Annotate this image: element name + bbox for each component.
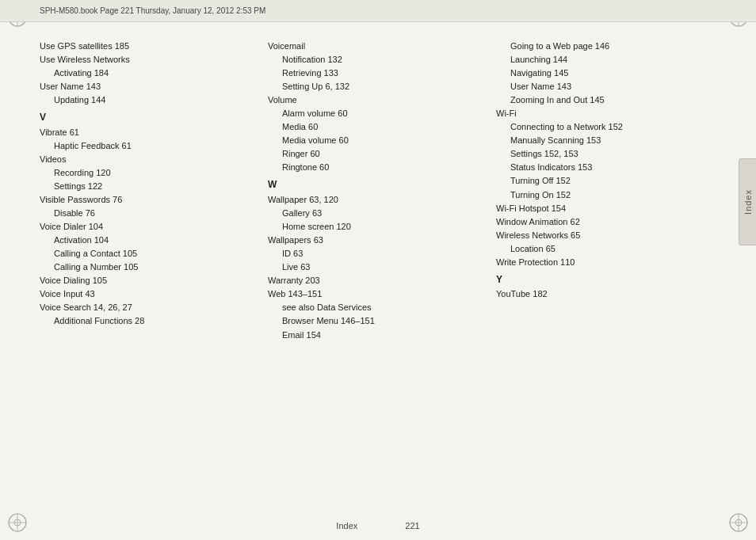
list-item: Warranty 203: [268, 274, 488, 287]
header-bar: SPH-M580.book Page 221 Thursday, January…: [0, 0, 756, 22]
column-2: VoicemailNotification 132Retrieving 133S…: [268, 40, 496, 500]
list-item: Voicemail: [268, 40, 488, 53]
list-item: Wallpaper 63, 120: [268, 193, 488, 207]
list-item: Going to a Web page 146: [496, 40, 716, 53]
list-item: Use GPS satellites 185: [40, 40, 260, 53]
list-item: Activating 184: [40, 67, 260, 80]
list-item: Browser Menu 146–151: [268, 314, 488, 328]
list-item: Voice Search 14, 26, 27: [40, 301, 260, 314]
list-item: Status Indicators 153: [496, 161, 716, 174]
list-item: V: [40, 110, 260, 125]
list-item: Launching 144: [496, 53, 716, 67]
list-item: Wi-Fi: [496, 107, 716, 120]
list-item: Disable 76: [40, 207, 260, 220]
list-item: Updating 144: [40, 93, 260, 107]
list-item: Retrieving 133: [268, 67, 488, 80]
list-item: Turning Off 152: [496, 174, 716, 188]
list-item: Voice Dialer 104: [40, 220, 260, 234]
list-item: Use Wireless Networks: [40, 53, 260, 67]
list-item: Volume: [268, 93, 488, 107]
list-item: Location 65: [496, 242, 716, 256]
content-area: Use GPS satellites 185Use Wireless Netwo…: [40, 40, 724, 500]
list-item: User Name 143: [40, 80, 260, 93]
list-item: Visible Passwords 76: [40, 193, 260, 207]
list-item: Ringtone 60: [268, 161, 488, 174]
list-item: Media volume 60: [268, 134, 488, 147]
footer-left: Index: [336, 521, 357, 530]
list-item: Zooming In and Out 145: [496, 93, 716, 107]
list-item: Manually Scanning 153: [496, 134, 716, 147]
list-item: Calling a Number 105: [40, 260, 260, 274]
list-item: Y: [496, 272, 716, 287]
list-item: Gallery 63: [268, 207, 488, 220]
list-item: Settings 152, 153: [496, 147, 716, 161]
list-item: Web 143–151: [268, 287, 488, 301]
list-item: Window Animation 62: [496, 215, 716, 229]
list-item: Setting Up 6, 132: [268, 80, 488, 93]
list-item: Videos: [40, 153, 260, 166]
list-item: Navigating 145: [496, 67, 716, 80]
list-item: Haptic Feedback 61: [40, 139, 260, 153]
list-item: Activation 104: [40, 234, 260, 247]
list-item: Voice Dialing 105: [40, 274, 260, 287]
list-item: ID 63: [268, 247, 488, 260]
footer: Index 221: [0, 521, 756, 530]
list-item: Settings 122: [40, 180, 260, 193]
column-1: Use GPS satellites 185Use Wireless Netwo…: [40, 40, 268, 500]
list-item: Connecting to a Network 152: [496, 120, 716, 134]
side-tab: Index: [739, 158, 756, 245]
list-item: Additional Functions 28: [40, 314, 260, 328]
list-item: Ringer 60: [268, 147, 488, 161]
list-item: YouTube 182: [496, 287, 716, 301]
list-item: see also Data Services: [268, 301, 488, 314]
list-item: Alarm volume 60: [268, 107, 488, 120]
page: SPH-M580.book Page 221 Thursday, January…: [0, 0, 756, 540]
list-item: Live 63: [268, 260, 488, 274]
list-item: Media 60: [268, 120, 488, 134]
list-item: Vibrate 61: [40, 126, 260, 139]
list-item: Voice Input 43: [40, 287, 260, 301]
list-item: Turning On 152: [496, 188, 716, 202]
header-text: SPH-M580.book Page 221 Thursday, January…: [40, 6, 265, 15]
list-item: Wi-Fi Hotspot 154: [496, 202, 716, 215]
list-item: User Name 143: [496, 80, 716, 93]
list-item: Wallpapers 63: [268, 234, 488, 247]
list-item: Notification 132: [268, 53, 488, 67]
list-item: Recording 120: [40, 166, 260, 180]
list-item: W: [268, 177, 488, 192]
list-item: Home screen 120: [268, 220, 488, 234]
side-tab-label: Index: [743, 189, 753, 215]
list-item: Write Protection 110: [496, 256, 716, 269]
footer-right: 221: [405, 521, 419, 530]
list-item: Calling a Contact 105: [40, 247, 260, 260]
column-3: Going to a Web page 146Launching 144Navi…: [496, 40, 724, 500]
list-item: Wireless Networks 65: [496, 229, 716, 242]
list-item: Email 154: [268, 329, 488, 342]
